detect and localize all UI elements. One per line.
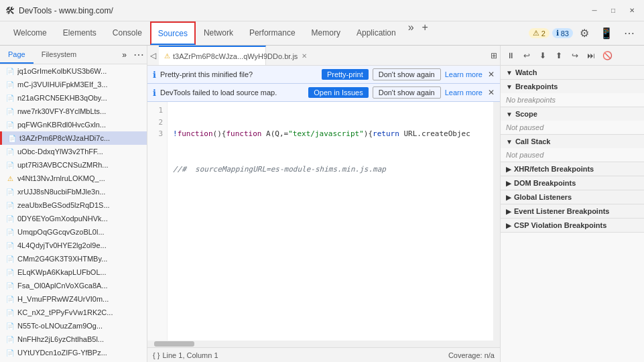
tab-memory[interactable]: Memory [304, 21, 348, 45]
file-icon: 📄 [5, 227, 15, 237]
minimize-button[interactable]: ─ [588, 4, 601, 17]
list-item[interactable]: 📄 UYtUYDcn1oZIFG-YfBPz... [0, 346, 147, 359]
horizontal-scrollbar[interactable] [147, 341, 500, 347]
tab-console[interactable]: Console [105, 21, 150, 45]
add-tab-button[interactable]: + [418, 21, 432, 45]
step-button[interactable]: ↪ [568, 48, 582, 63]
left-sidebar: Page Filesystem » ⋯ 📄 jq1oGrImeKolbKUS3b… [0, 46, 147, 362]
call-stack-section-header[interactable]: ▼ Call Stack [501, 135, 644, 148]
open-in-issues-button[interactable]: Open in Issues [308, 87, 368, 98]
call-stack-content: Not paused [501, 148, 644, 162]
list-item[interactable]: 📄 jq1oGrImeKolbKUS3b6W... [0, 64, 147, 78]
line-number: 2 [151, 117, 163, 129]
sidebar-options-button[interactable]: ⋯ [131, 46, 147, 64]
tab-sources[interactable]: Sources [150, 21, 196, 45]
code-vertical-scrollbar[interactable] [493, 102, 500, 341]
close-button[interactable]: ✕ [625, 4, 639, 17]
horizontal-scrollbar-thumb[interactable] [154, 341, 194, 347]
code-content[interactable]: !function(){function A(Q,="text/javascri… [168, 102, 493, 341]
list-item[interactable]: 📄 pqFWGnKBRdl0HvcGxln... [0, 118, 147, 131]
pretty-print-dont-show-button[interactable]: Don't show again [373, 68, 441, 80]
xhr-fetch-section-header[interactable]: ▶ XHR/fetch Breakpoints [501, 162, 644, 176]
dom-breakpoints-section-header[interactable]: ▶ DOM Breakpoints [501, 176, 644, 190]
list-item[interactable]: 📄 H_VmuFPRwWZ4UrVI0m... [0, 292, 147, 306]
dom-breakpoints-expand-icon: ▶ [506, 180, 511, 187]
maximize-button[interactable]: □ [606, 4, 620, 17]
dont-pause-exceptions-button[interactable]: 🚫 [600, 48, 615, 63]
list-item[interactable]: 📄 ELqKWpA6KkapLUFbOL... [0, 265, 147, 279]
more-options-icon[interactable]: ⋯ [620, 27, 639, 40]
sidebar-tabs-more[interactable]: » [118, 46, 131, 64]
list-item[interactable]: 📄 UmqpOqGGcqvGzoBL0l... [0, 225, 147, 239]
tab-network[interactable]: Network [196, 21, 241, 45]
settings-icon[interactable]: ⚙ [576, 27, 593, 40]
list-item[interactable]: 📄 KC_nX2_tPPyFvVw1RK2C... [0, 306, 147, 319]
list-item[interactable]: 📄 xrUJJ8sN8ucbiFbMJle3n... [0, 185, 147, 198]
list-item[interactable]: 📄 zeaUbxBeGSod5lzRqD1S... [0, 198, 147, 212]
tab-welcome[interactable]: Welcome [5, 21, 55, 45]
source-map-dont-show-button[interactable]: Don't show again [373, 86, 441, 99]
info-icon: ℹ [556, 29, 559, 38]
status-bar: { } Line 1, Column 1 Coverage: n/a [147, 347, 500, 362]
file-icon: 📄 [5, 66, 15, 76]
step-over-button[interactable]: ↩ [519, 48, 534, 63]
watch-section-header[interactable]: ▼ Watch [501, 66, 644, 79]
list-item[interactable]: 📄 n21aGRCN5EKHB3qOby... [0, 91, 147, 105]
list-item[interactable]: ⚠ v4Nt13NvJrnlruLOKMQ_... [0, 172, 147, 185]
tab-elements[interactable]: Elements [55, 21, 105, 45]
csp-violation-section-header[interactable]: ▶ CSP Violation Breakpoints [501, 219, 644, 232]
deactivate-breakpoints-button[interactable]: ⏭ [584, 48, 598, 63]
list-item[interactable]: 📄 0DY6EYoGmXodpuNHVk... [0, 212, 147, 225]
list-item[interactable]: 📄 NnFHhz2jL6yzChtlhaB5l... [0, 333, 147, 346]
active-file-tab[interactable]: ⚠ t3AZrPm6P8cWJza...qWyH9DDo.br.js ✕ [159, 46, 266, 65]
event-listeners-section: ▶ Event Listener Breakpoints [501, 204, 644, 219]
sidebar-tab-filesystem[interactable]: Filesystem [34, 46, 85, 64]
list-item[interactable]: 📄 4L4QdyjTv0HYE2lg2ol9e... [0, 239, 147, 252]
sidebar-tab-page[interactable]: Page [0, 46, 34, 64]
tabs-overflow-button[interactable]: » [404, 21, 418, 45]
csp-violation-section: ▶ CSP Violation Breakpoints [501, 219, 644, 233]
list-item[interactable]: 📄 CMm2G4GK3T9XHTMBy... [0, 252, 147, 265]
global-listeners-section-header[interactable]: ▶ Global Listeners [501, 190, 644, 204]
window-title: DevTools - www.bing.com/ [19, 6, 588, 15]
file-tab-toggle-icon[interactable]: ⊞ [491, 51, 497, 60]
file-name: t3AZrPm6P8cWJzaHDi7c... [19, 134, 144, 142]
pretty-print-button[interactable]: Pretty-print [322, 69, 369, 80]
file-name: UYtUYDcn1oZIFG-YfBPz... [17, 349, 144, 357]
file-tabs-left-button[interactable]: ◁ [147, 51, 159, 60]
list-item[interactable]: 📄 upt7Ri3AVBCCNSuZMRh... [0, 158, 147, 172]
source-map-info-icon: ℹ [153, 88, 156, 98]
event-listeners-section-label: Event Listener Breakpoints [514, 207, 609, 215]
list-item[interactable]: 📄 mC-j3VUIHUiFpkM3EIf_3... [0, 78, 147, 91]
code-editor[interactable]: 1 2 3 !function(){function A(Q,="text/ja… [147, 102, 500, 341]
list-item[interactable]: 📄 N55Tc-oLNOuzZam9Og... [0, 319, 147, 333]
step-into-button[interactable]: ⬇ [535, 48, 550, 63]
pretty-print-learn-more-link[interactable]: Learn more [445, 70, 482, 78]
warning-badge[interactable]: ⚠ 2 [529, 28, 550, 38]
breakpoints-section-header[interactable]: ▼ Breakpoints [501, 80, 644, 93]
scope-section-header[interactable]: ▼ Scope [501, 107, 644, 121]
step-out-button[interactable]: ⬆ [552, 48, 566, 63]
file-icon: 📄 [5, 281, 15, 290]
device-icon[interactable]: 📱 [596, 27, 617, 40]
source-map-learn-more-link[interactable]: Learn more [445, 88, 482, 97]
list-item[interactable]: 📄 nwe7rk30VFY-8YclMbLts... [0, 105, 147, 118]
event-listeners-section-header[interactable]: ▶ Event Listener Breakpoints [501, 204, 644, 218]
info-badge[interactable]: ℹ 83 [552, 28, 573, 38]
line-numbers: 1 2 3 [147, 102, 168, 341]
breakpoints-section: ▼ Breakpoints No breakpoints [501, 80, 644, 107]
list-item[interactable]: 📄 Fsa_Ol0AplCnVoXGca8A... [0, 279, 147, 292]
sources-panel: Page Filesystem » ⋯ 📄 jq1oGrImeKolbKUS3b… [0, 46, 644, 362]
breakpoints-content: No breakpoints [501, 93, 644, 107]
brace-icon[interactable]: { } [153, 351, 159, 359]
breakpoints-expand-icon: ▼ [506, 83, 513, 90]
pause-button[interactable]: ⏸ [503, 48, 518, 63]
list-item[interactable]: 📄 t3AZrPm6P8cWJzaHDi7c... [0, 131, 147, 145]
coverage-status: Coverage: n/a [448, 351, 495, 359]
tab-application[interactable]: Application [348, 21, 404, 45]
list-item[interactable]: 📄 uObc-DdxqYlW3v2ThFF... [0, 145, 147, 158]
file-tab-close-icon[interactable]: ✕ [302, 52, 307, 60]
pretty-print-close-icon[interactable]: ✕ [488, 70, 495, 79]
tab-performance[interactable]: Performance [241, 21, 304, 45]
source-map-close-icon[interactable]: ✕ [488, 88, 495, 97]
